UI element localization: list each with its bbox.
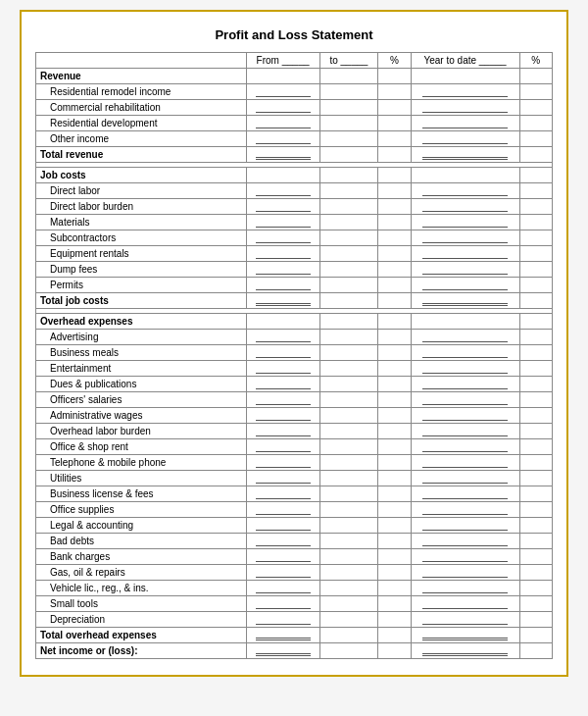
pct1-value xyxy=(378,246,411,262)
header-pct2: % xyxy=(519,53,552,69)
pct1-value xyxy=(378,262,411,278)
pct1-value xyxy=(378,377,411,392)
from-value xyxy=(246,455,319,471)
pct2-value xyxy=(519,439,552,455)
pct1-value xyxy=(378,230,411,246)
empty-cell xyxy=(378,69,411,84)
item-label: Other income xyxy=(36,131,247,147)
section-header-label: Overhead expenses xyxy=(36,314,247,330)
item-label: Office & shop rent xyxy=(36,439,247,455)
to-value xyxy=(319,377,378,392)
header-pct1: % xyxy=(378,53,411,69)
table-row: Office supplies xyxy=(36,502,553,518)
pct2-value xyxy=(519,131,552,147)
ytd-value xyxy=(411,612,519,628)
total-label: Total job costs xyxy=(36,293,247,309)
table-row: Total revenue xyxy=(36,147,553,163)
header-ytd: Year to date _____ xyxy=(411,53,519,69)
total-ytd xyxy=(411,643,519,659)
empty-cell xyxy=(319,168,378,183)
pct1-value xyxy=(378,534,411,549)
to-value xyxy=(319,278,378,293)
to-value xyxy=(319,392,378,408)
pct2-value xyxy=(519,361,552,377)
from-value xyxy=(246,215,319,230)
ytd-value xyxy=(411,596,519,612)
table-row: Materials xyxy=(36,215,553,230)
table-row: Overhead labor burden xyxy=(36,424,553,439)
empty-cell xyxy=(411,314,519,330)
from-value xyxy=(246,199,319,215)
total-from xyxy=(246,643,319,659)
pct1-value xyxy=(378,345,411,361)
empty-cell xyxy=(319,314,378,330)
from-value xyxy=(246,549,319,565)
to-value xyxy=(319,518,378,534)
ytd-value xyxy=(411,439,519,455)
ytd-value xyxy=(411,392,519,408)
total-label: Net income or (loss): xyxy=(36,643,247,659)
table-row: Depreciation xyxy=(36,612,553,628)
table-row: Office & shop rent xyxy=(36,439,553,455)
pct2-value xyxy=(519,486,552,502)
pct1-value xyxy=(378,565,411,581)
to-value xyxy=(319,534,378,549)
pct2-value xyxy=(519,278,552,293)
empty-cell xyxy=(246,314,319,330)
pct2-value xyxy=(519,345,552,361)
pct1-value xyxy=(378,502,411,518)
from-value xyxy=(246,100,319,116)
total-to xyxy=(319,293,378,309)
table-row: Entertainment xyxy=(36,361,553,377)
table-row: Utilities xyxy=(36,471,553,486)
to-value xyxy=(319,439,378,455)
empty-cell xyxy=(246,69,319,84)
total-pct1 xyxy=(378,628,411,643)
ytd-value xyxy=(411,565,519,581)
total-to xyxy=(319,643,378,659)
total-pct2 xyxy=(519,293,552,309)
item-label: Telephone & mobile phone xyxy=(36,455,247,471)
table-row: Dump fees xyxy=(36,262,553,278)
table-header-row: From _____ to _____ % Year to date _____… xyxy=(36,53,553,69)
ytd-value xyxy=(411,549,519,565)
pct1-value xyxy=(378,392,411,408)
empty-cell xyxy=(411,168,519,183)
to-value xyxy=(319,230,378,246)
pct2-value xyxy=(519,471,552,486)
pct2-value xyxy=(519,100,552,116)
item-label: Small tools xyxy=(36,596,247,612)
item-label: Gas, oil & repairs xyxy=(36,565,247,581)
to-value xyxy=(319,471,378,486)
table-row: Small tools xyxy=(36,596,553,612)
pct1-value xyxy=(378,581,411,596)
pct2-value xyxy=(519,502,552,518)
from-value xyxy=(246,565,319,581)
pct2-value xyxy=(519,596,552,612)
from-value xyxy=(246,116,319,131)
item-label: Business license & fees xyxy=(36,486,247,502)
item-label: Permits xyxy=(36,278,247,293)
pct1-value xyxy=(378,596,411,612)
item-label: Utilities xyxy=(36,471,247,486)
total-pct2 xyxy=(519,643,552,659)
ytd-value xyxy=(411,262,519,278)
to-value xyxy=(319,612,378,628)
empty-cell xyxy=(519,314,552,330)
to-value xyxy=(319,596,378,612)
section-header-label: Revenue xyxy=(36,69,247,84)
item-label: Commercial rehabilitation xyxy=(36,100,247,116)
ytd-value xyxy=(411,455,519,471)
total-from xyxy=(246,628,319,643)
pct2-value xyxy=(519,215,552,230)
ytd-value xyxy=(411,377,519,392)
ytd-value xyxy=(411,183,519,199)
page: Profit and Loss Statement From _____ to … xyxy=(20,10,568,677)
table-row: Direct labor xyxy=(36,183,553,199)
item-label: Residential development xyxy=(36,116,247,131)
from-value xyxy=(246,330,319,345)
item-label: Advertising xyxy=(36,330,247,345)
total-from xyxy=(246,293,319,309)
to-value xyxy=(319,183,378,199)
ytd-value xyxy=(411,116,519,131)
